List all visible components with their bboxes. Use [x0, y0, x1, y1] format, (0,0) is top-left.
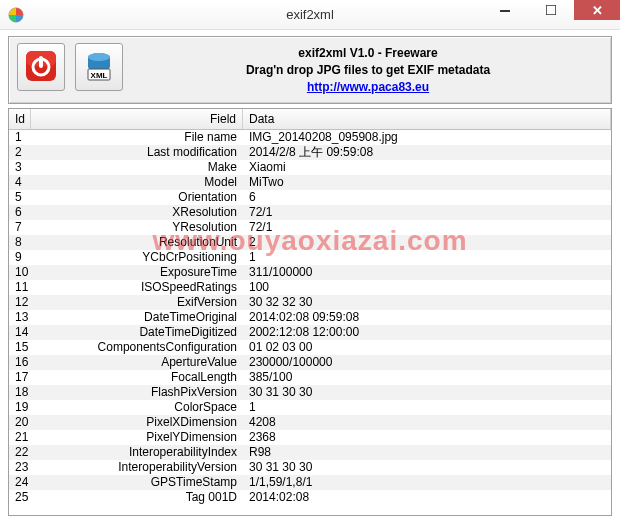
- table-row[interactable]: 8ResolutionUnit2: [9, 235, 611, 250]
- cell-id: 20: [9, 415, 31, 430]
- table-row[interactable]: 7YResolution72/1: [9, 220, 611, 235]
- table-row[interactable]: 2Last modification2014/2/8 上午 09:59:08: [9, 145, 611, 160]
- cell-data: 2014/2/8 上午 09:59:08: [243, 145, 611, 160]
- table-row[interactable]: 10ExposureTime311/100000: [9, 265, 611, 280]
- xml-export-button[interactable]: XML: [75, 43, 123, 91]
- cell-id: 9: [9, 250, 31, 265]
- table-row[interactable]: 6XResolution72/1: [9, 205, 611, 220]
- cell-field: Last modification: [31, 145, 243, 160]
- cell-data: 2002:12:08 12:00:00: [243, 325, 611, 340]
- table-row[interactable]: 11ISOSpeedRatings100: [9, 280, 611, 295]
- cell-field: YResolution: [31, 220, 243, 235]
- cell-data: 30 32 32 30: [243, 295, 611, 310]
- table-row[interactable]: 23InteroperabilityVersion30 31 30 30: [9, 460, 611, 475]
- cell-data: 30 31 30 30: [243, 385, 611, 400]
- cell-data: 72/1: [243, 205, 611, 220]
- cell-data: 385/100: [243, 370, 611, 385]
- cell-id: 15: [9, 340, 31, 355]
- cell-field: GPSTimeStamp: [31, 475, 243, 490]
- cell-id: 25: [9, 490, 31, 505]
- column-header-id[interactable]: Id: [9, 109, 31, 129]
- cell-data: 6: [243, 190, 611, 205]
- cell-id: 2: [9, 145, 31, 160]
- table-row[interactable]: 15ComponentsConfiguration01 02 03 00: [9, 340, 611, 355]
- table-row[interactable]: 19ColorSpace1: [9, 400, 611, 415]
- cell-data: 230000/100000: [243, 355, 611, 370]
- cell-id: 24: [9, 475, 31, 490]
- table-row[interactable]: 1File nameIMG_20140208_095908.jpg: [9, 130, 611, 145]
- cell-field: YCbCrPositioning: [31, 250, 243, 265]
- cell-field: InteroperabilityVersion: [31, 460, 243, 475]
- cell-field: ColorSpace: [31, 400, 243, 415]
- cell-data: 1/1,59/1,8/1: [243, 475, 611, 490]
- table-row[interactable]: 3MakeXiaomi: [9, 160, 611, 175]
- cell-data: R98: [243, 445, 611, 460]
- svg-text:XML: XML: [91, 71, 108, 80]
- power-button[interactable]: [17, 43, 65, 91]
- svg-rect-2: [546, 5, 556, 15]
- table-row[interactable]: 25Tag 001D2014:02:08: [9, 490, 611, 505]
- cell-field: ResolutionUnit: [31, 235, 243, 250]
- cell-field: XResolution: [31, 205, 243, 220]
- maximize-button[interactable]: [528, 0, 574, 20]
- svg-rect-1: [500, 10, 510, 12]
- table-row[interactable]: 13DateTimeOriginal2014:02:08 09:59:08: [9, 310, 611, 325]
- cell-data: MiTwo: [243, 175, 611, 190]
- app-icon: [8, 7, 24, 23]
- table-body[interactable]: 1File nameIMG_20140208_095908.jpg2Last m…: [9, 130, 611, 515]
- table-row[interactable]: 12ExifVersion30 32 32 30: [9, 295, 611, 310]
- cell-id: 17: [9, 370, 31, 385]
- cell-id: 21: [9, 430, 31, 445]
- svg-rect-6: [39, 56, 43, 68]
- table-row[interactable]: 16ApertureValue230000/100000: [9, 355, 611, 370]
- table-row[interactable]: 18FlashPixVersion30 31 30 30: [9, 385, 611, 400]
- table-row[interactable]: 14DateTimeDigitized2002:12:08 12:00:00: [9, 325, 611, 340]
- table-row[interactable]: 5Orientation6: [9, 190, 611, 205]
- toolbar-panel: XML exif2xml V1.0 - Freeware Drag'n drop…: [8, 36, 612, 104]
- cell-id: 13: [9, 310, 31, 325]
- cell-data: 100: [243, 280, 611, 295]
- column-header-field[interactable]: Field: [31, 109, 243, 129]
- cell-data: 1: [243, 400, 611, 415]
- database-xml-icon: XML: [82, 49, 116, 86]
- column-header-data[interactable]: Data: [243, 109, 611, 129]
- titlebar[interactable]: exif2xml ✕: [0, 0, 620, 30]
- table-row[interactable]: 4ModelMiTwo: [9, 175, 611, 190]
- table-row[interactable]: 17FocalLength385/100: [9, 370, 611, 385]
- cell-id: 5: [9, 190, 31, 205]
- cell-data: 72/1: [243, 220, 611, 235]
- cell-field: Model: [31, 175, 243, 190]
- cell-id: 16: [9, 355, 31, 370]
- cell-field: Orientation: [31, 190, 243, 205]
- cell-field: File name: [31, 130, 243, 145]
- table-row[interactable]: 21PixelYDimension2368: [9, 430, 611, 445]
- cell-data: IMG_20140208_095908.jpg: [243, 130, 611, 145]
- cell-data: 2014:02:08: [243, 490, 611, 505]
- table-row[interactable]: 24GPSTimeStamp1/1,59/1,8/1: [9, 475, 611, 490]
- cell-id: 10: [9, 265, 31, 280]
- cell-data: 01 02 03 00: [243, 340, 611, 355]
- close-button[interactable]: ✕: [574, 0, 620, 20]
- table-row[interactable]: 9YCbCrPositioning1: [9, 250, 611, 265]
- cell-data: 1: [243, 250, 611, 265]
- cell-field: PixelYDimension: [31, 430, 243, 445]
- cell-field: ApertureValue: [31, 355, 243, 370]
- exif-table: Id Field Data 1File nameIMG_20140208_095…: [8, 108, 612, 516]
- cell-id: 3: [9, 160, 31, 175]
- cell-field: ExifVersion: [31, 295, 243, 310]
- cell-id: 18: [9, 385, 31, 400]
- cell-id: 11: [9, 280, 31, 295]
- window-controls: ✕: [482, 0, 620, 29]
- cell-id: 1: [9, 130, 31, 145]
- cell-field: ExposureTime: [31, 265, 243, 280]
- cell-field: ComponentsConfiguration: [31, 340, 243, 355]
- homepage-link[interactable]: http://www.paca83.eu: [307, 80, 429, 94]
- cell-field: Make: [31, 160, 243, 175]
- cell-field: Tag 001D: [31, 490, 243, 505]
- table-header[interactable]: Id Field Data: [9, 109, 611, 130]
- table-row[interactable]: 22InteroperabilityIndexR98: [9, 445, 611, 460]
- app-hint-line: Drag'n drop JPG files to get EXIF metada…: [133, 62, 603, 79]
- cell-data: 30 31 30 30: [243, 460, 611, 475]
- table-row[interactable]: 20PixelXDimension4208: [9, 415, 611, 430]
- minimize-button[interactable]: [482, 0, 528, 20]
